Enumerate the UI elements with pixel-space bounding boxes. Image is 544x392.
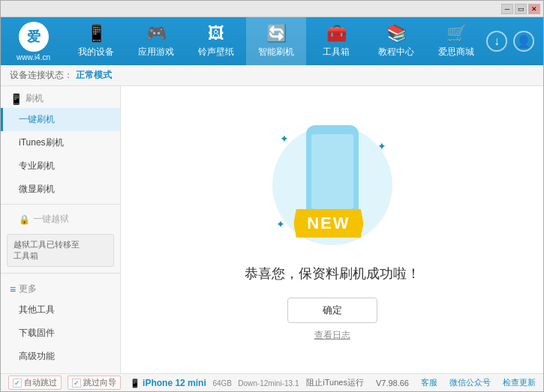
nav-wallpaper[interactable]: 🖼 铃声壁纸 [186, 17, 246, 65]
nav-mall[interactable]: 🛒 爱思商城 [426, 17, 486, 65]
success-text: 恭喜您，保资料刷机成功啦！ [245, 265, 420, 283]
success-illustration: ✦ ✦ ✦ NEW 恭喜您，保资料刷机成功啦！ 确定 查看日志 [245, 118, 420, 342]
itunes-label[interactable]: 阻止iTunes运行 [306, 377, 364, 388]
logo-icon: 爱 [19, 22, 49, 52]
sparkle-3: ✦ [276, 218, 285, 230]
sidebar-item-itunes-flash[interactable]: iTunes刷机 [1, 131, 120, 154]
nav-right-buttons: ↓ 👤 [486, 31, 543, 52]
phone-container: ✦ ✦ ✦ NEW [272, 118, 392, 253]
nav-tutorials-icon: 📚 [386, 24, 407, 43]
divider-1 [1, 204, 120, 205]
more-section-label: 更多 [19, 283, 37, 295]
bottom-left: ✓ 自动跳过 ✓ 跳过向导 📱 iPhone 12 mini 64GB Down… [8, 376, 306, 390]
nav-tutorials-label: 教程中心 [378, 46, 414, 58]
nav-mall-icon: 🛒 [446, 24, 467, 43]
sparkle-1: ✦ [280, 133, 289, 145]
sidebar-section-more: ≡ 更多 [1, 277, 120, 298]
nav-toolbox-label: 工具箱 [323, 46, 350, 58]
sidebar-item-advanced[interactable]: 高级功能 [1, 345, 120, 368]
nav-bar: 📱 我的设备 🎮 应用游戏 🖼 铃声壁纸 🔄 智能刷机 🧰 工具箱 📚 [66, 17, 486, 65]
nav-device-label: 我的设备 [78, 46, 114, 58]
device-storage: 64GB Down-12mini-13.1 [209, 379, 299, 388]
check-update-link[interactable]: 检查更新 [503, 377, 536, 388]
nav-toolbox-icon: 🧰 [326, 24, 347, 43]
nav-tutorials[interactable]: 📚 教程中心 [366, 17, 426, 65]
logo-text: www.i4.cn [17, 53, 50, 61]
nav-smart-flash[interactable]: 🔄 智能刷机 [246, 17, 306, 65]
lock-icon: 🔒 [19, 214, 30, 225]
bottom-bar: ✓ 自动跳过 ✓ 跳过向导 📱 iPhone 12 mini 64GB Down… [1, 373, 543, 391]
app-window: ─ ▭ ✕ 爱 www.i4.cn 📱 我的设备 🎮 应用游戏 🖼 铃声壁纸 🔄 [0, 0, 544, 392]
nav-toolbox[interactable]: 🧰 工具箱 [306, 17, 366, 65]
nav-apps-icon: 🎮 [146, 24, 167, 43]
status-label: 设备连接状态： [10, 69, 73, 82]
nav-my-device[interactable]: 📱 我的设备 [66, 17, 126, 65]
nav-device-icon: 📱 [86, 24, 107, 43]
phone-screen [311, 134, 353, 209]
auto-jump-checkbox-item[interactable]: ✓ 自动跳过 [8, 376, 62, 390]
wechat-link[interactable]: 微信公众号 [449, 377, 491, 388]
user-btn[interactable]: 👤 [513, 31, 534, 52]
sidebar-item-download-firmware[interactable]: 下载固件 [1, 322, 120, 345]
device-name: iPhone 12 mini [143, 378, 206, 388]
device-info: 📱 iPhone 12 mini 64GB Down-12mini-13.1 [130, 378, 299, 388]
customer-service-link[interactable]: 客服 [421, 377, 437, 388]
new-badge: NEW [293, 209, 363, 238]
jailbreak-label: 一键越狱 [33, 213, 69, 226]
version-label: V7.98.66 [376, 379, 409, 388]
title-bar: ─ ▭ ✕ [1, 1, 543, 17]
jailbreak-notice-text: 越狱工具已转移至工具箱 [14, 240, 80, 260]
status-bar: 设备连接状态： 正常模式 [1, 65, 543, 86]
view-log-link[interactable]: 查看日志 [314, 329, 350, 342]
phone-shape [306, 125, 359, 223]
nav-apps-games[interactable]: 🎮 应用游戏 [126, 17, 186, 65]
sidebar-item-other-tools[interactable]: 其他工具 [1, 298, 120, 322]
confirm-button[interactable]: 确定 [287, 298, 377, 323]
flash-section-label: 刷机 [26, 92, 44, 105]
sidebar-item-wipe-flash[interactable]: 微显刷机 [1, 178, 120, 201]
more-section-icon: ≡ [10, 283, 16, 295]
header: 爱 www.i4.cn 📱 我的设备 🎮 应用游戏 🖼 铃声壁纸 🔄 智能刷机 … [1, 17, 543, 65]
close-btn[interactable]: ✕ [528, 4, 540, 14]
bottom-right: 阻止iTunes运行 V7.98.66 客服 微信公众号 检查更新 [306, 377, 536, 388]
flash-section-icon: 📱 [10, 93, 23, 105]
nav-wallpaper-icon: 🖼 [208, 24, 224, 43]
device-icon: 📱 [130, 379, 143, 388]
new-badge-text: NEW [307, 214, 350, 232]
nav-flash-icon: 🔄 [266, 24, 287, 43]
sidebar-item-pro-flash[interactable]: 专业刷机 [1, 154, 120, 178]
minimize-btn[interactable]: ─ [501, 4, 513, 14]
sparkle-2: ✦ [377, 140, 386, 152]
nav-wallpaper-label: 铃声壁纸 [198, 46, 234, 58]
restore-btn[interactable]: ▭ [515, 4, 527, 14]
divider-2 [1, 273, 120, 274]
nav-mall-label: 爱思商城 [438, 46, 474, 58]
auto-jump-label: 自动跳过 [24, 377, 57, 388]
sidebar-jailbreak-notice: 越狱工具已转移至工具箱 [7, 234, 114, 267]
nav-flash-label: 智能刷机 [258, 46, 294, 58]
skip-wizard-checkbox[interactable]: ✓ [72, 379, 81, 388]
sidebar-section-flash: 📱 刷机 [1, 86, 120, 108]
content-wrapper: 📱 刷机 一键刷机 iTunes刷机 专业刷机 微显刷机 🔒 一键越狱 [1, 86, 543, 373]
sidebar-item-one-key-flash[interactable]: 一键刷机 [1, 108, 120, 131]
nav-apps-label: 应用游戏 [138, 46, 174, 58]
sidebar: 📱 刷机 一键刷机 iTunes刷机 专业刷机 微显刷机 🔒 一键越狱 [1, 86, 121, 373]
sidebar-jailbreak-locked: 🔒 一键越狱 [1, 208, 120, 231]
skip-wizard-checkbox-item[interactable]: ✓ 跳过向导 [68, 376, 121, 390]
main-content: ✦ ✦ ✦ NEW 恭喜您，保资料刷机成功啦！ 确定 查看日志 [121, 86, 543, 373]
status-value: 正常模式 [76, 69, 112, 82]
skip-wizard-label: 跳过向导 [83, 377, 116, 388]
logo-area: 爱 www.i4.cn [1, 22, 66, 61]
auto-jump-checkbox[interactable]: ✓ [13, 379, 22, 388]
download-btn[interactable]: ↓ [486, 31, 507, 52]
